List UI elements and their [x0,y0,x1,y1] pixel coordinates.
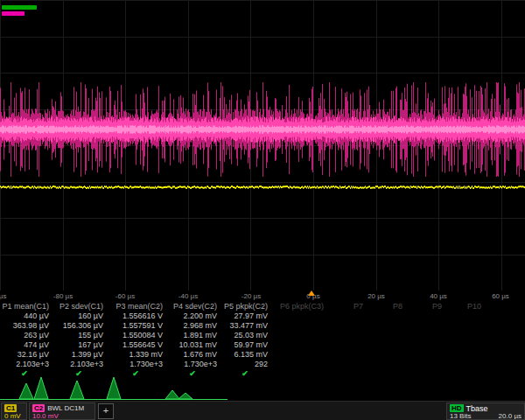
measure-header-cell[interactable]: P2 sdev(C1) [54,302,108,312]
measure-header-cell[interactable]: P10 [447,302,486,312]
bottom-bar: C1 0 mV C2 BWL DC1M 10.0 mV + HD Tbase 1… [0,401,525,420]
measure-value-cell [408,321,447,331]
measure-value-cell [329,321,368,331]
measure-header-cell[interactable]: P4 sdev(C2) [168,302,222,312]
add-trace-button[interactable]: + [98,403,114,419]
measure-value-cell: 6.135 mV [222,350,273,360]
timebase-detail-row: 13 Bits 20.0 µs [450,412,522,420]
measure-value-cell [273,360,329,369]
measure-value-cell: 1.556645 V [108,340,168,350]
measurement-table: P1 mean(C1)P2 sdev(C1)P3 mean(C2)P4 sdev… [0,302,525,379]
timebase-descriptor[interactable]: HD Tbase 13 Bits 20.0 µs [446,402,525,420]
measure-header-cell[interactable]: P3 mean(C2) [108,302,168,312]
measure-value-cell: 1.339 mV [108,350,168,360]
c2-scale: 10.0 mV [32,412,92,420]
timebase-title-row: HD Tbase [450,404,522,412]
time-axis: -100 µs-80 µs-60 µs-40 µs-20 µs0 µs20 µs… [0,290,525,302]
measure-header-cell[interactable]: P7 [329,302,368,312]
measure-header-cell[interactable]: P8 [368,302,408,312]
status-strip-green [2,5,37,10]
time-label: -20 µs [242,292,261,300]
time-label: 60 µs [492,292,509,300]
measure-value-cell: 32.16 µV [0,350,54,360]
time-label: 20 µs [368,292,385,300]
measure-value-cell [447,350,486,360]
time-label: -100 µs [0,292,6,300]
c2-row: C2 BWL DC1M [32,404,92,412]
measure-value-cell: 167 µV [54,340,108,350]
measure-row: 474 µV167 µV1.556645 V10.031 mV59.97 mV [0,340,525,350]
channel-c1-descriptor[interactable]: C1 0 mV [1,402,27,420]
measure-value-cell: 2.103e+3 [54,360,108,369]
measurement-histogram [0,376,262,401]
measure-value-cell: 10.031 mV [168,340,222,350]
measure-value-cell: 1.556616 V [108,312,168,321]
measure-value-cell: 33.477 mV [222,321,273,331]
measure-value-cell: 1.730e+3 [168,360,222,369]
measure-value-cell [329,312,368,321]
timebase-title: Tbase [466,404,488,413]
measure-empty-cell [447,369,486,379]
c1-chip: C1 [4,404,17,412]
measure-value-cell: 160 µV [54,312,108,321]
measure-value-cell [368,350,408,360]
measure-value-cell: 156.306 µV [54,321,108,331]
measure-value-cell: 59.97 mV [222,340,273,350]
c2-chip: C2 [32,404,45,412]
measure-value-cell [447,312,486,321]
measure-value-cell [273,321,329,331]
measure-value-cell: 263 µV [0,331,54,340]
measure-value-cell [447,340,486,350]
measure-value-cell: 1.730e+3 [108,360,168,369]
measure-value-cell [329,331,368,340]
measure-value-cell: 155 µV [54,331,108,340]
measure-value-cell: 1.891 mV [168,331,222,340]
measure-value-cell [408,331,447,340]
measure-value-cell [368,340,408,350]
oscilloscope-screen: -100 µs-80 µs-60 µs-40 µs-20 µs0 µs20 µs… [0,0,525,420]
measure-value-cell [447,360,486,369]
channel-c2-descriptor[interactable]: C2 BWL DC1M 10.0 mV [29,402,95,420]
status-strip-magenta [2,11,24,16]
measure-rows: 440 µV160 µV1.556616 V2.200 mV27.97 mV36… [0,312,525,369]
measure-value-cell [408,312,447,321]
measure-value-cell [329,350,368,360]
time-label: -60 µs [116,292,135,300]
measure-value-cell: 292 [222,360,273,369]
measure-value-cell [368,321,408,331]
measure-header-row: P1 mean(C1)P2 sdev(C1)P3 mean(C2)P4 sdev… [0,302,525,312]
measure-row: 2.103e+32.103e+31.730e+31.730e+3292 [0,360,525,369]
measure-value-cell: 2.200 mV [168,312,222,321]
measure-value-cell: 474 µV [0,340,54,350]
measure-value-cell [408,340,447,350]
measure-value-cell [273,331,329,340]
measure-value-cell [273,312,329,321]
measure-value-cell: 363.98 µV [0,321,54,331]
measure-row: 363.98 µV156.306 µV1.557591 V2.968 mV33.… [0,321,525,331]
measure-empty-cell [273,369,329,379]
measure-header-cell[interactable]: P5 pkpk(C2) [222,302,273,312]
measure-header-cell[interactable]: P1 mean(C1) [0,302,54,312]
measure-header-cell[interactable]: P6 pkpk(C3) [273,302,329,312]
measure-row: 32.16 µV1.399 µV1.339 mV1.676 mV6.135 mV [0,350,525,360]
measure-value-cell [368,360,408,369]
hd-badge: HD [450,404,464,412]
measure-row: 440 µV160 µV1.556616 V2.200 mV27.97 mV [0,312,525,321]
measure-header-cell[interactable]: P9 [408,302,447,312]
timebase-scale: 20.0 µs [499,412,522,420]
measure-value-cell [368,312,408,321]
time-label: -80 µs [53,292,73,300]
c1-scale: 0 mV [4,412,24,420]
measure-value-cell [368,331,408,340]
measure-value-cell: 1.557591 V [108,321,168,331]
measure-row: 263 µV155 µV1.550084 V1.891 mV25.03 mV [0,331,525,340]
c1-row: C1 [4,404,24,412]
measure-value-cell [408,350,447,360]
measure-empty-cell [368,369,408,379]
waveform-grid [0,0,525,290]
measure-value-cell [273,350,329,360]
measure-value-cell: 1.399 µV [54,350,108,360]
measure-empty-cell [408,369,447,379]
timebase-bits: 13 Bits [450,412,471,420]
measure-value-cell: 2.968 mV [168,321,222,331]
